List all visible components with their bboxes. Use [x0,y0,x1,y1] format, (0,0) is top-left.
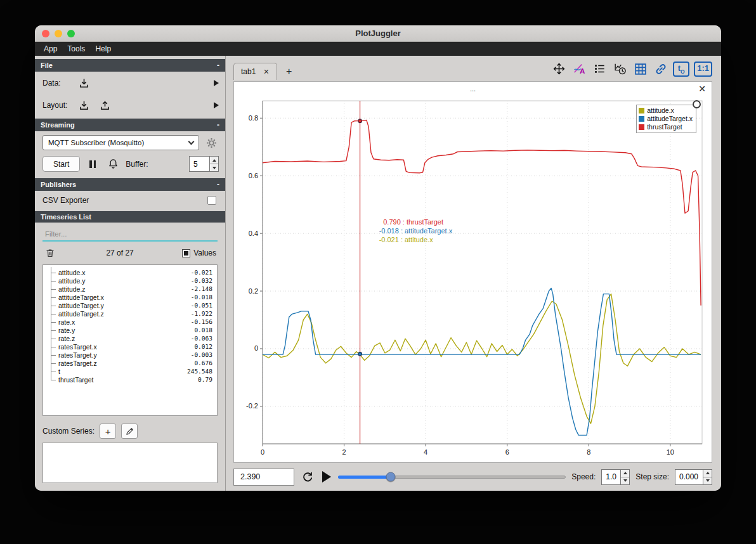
svg-text:10: 10 [667,448,674,456]
timeline-slider[interactable] [338,471,566,482]
grid-button[interactable] [632,61,648,77]
move-arrows-icon [552,62,566,75]
titlebar[interactable]: PlotJuggler [35,25,721,42]
timeseries-row[interactable]: rate.x-0.156 [49,318,212,326]
zoom-window-button[interactable] [67,30,75,37]
link-axes-button[interactable] [653,61,668,77]
publishers-section-header[interactable]: Publishers - [35,178,225,191]
legend-entry[interactable]: attitude.x [639,107,693,114]
timeseries-value: -0.032 [191,277,212,284]
legend-label: attitude.x [647,107,674,114]
layout-menu-arrow-icon[interactable] [214,102,219,108]
notifications-button[interactable] [105,157,121,171]
legend-entry[interactable]: attitudeTarget.x [639,115,693,122]
speed-value[interactable]: 1.0 [601,469,620,485]
timeseries-value: 0.676 [194,359,212,366]
tracker-label: -0.018 : attitudeTarget.x [379,227,453,235]
plot-panel[interactable]: ... ✕ 0246810-0.200.20.40.60.80.790 : th… [233,81,712,463]
slider-thumb[interactable] [386,472,395,482]
svg-text:2: 2 [342,448,346,456]
pause-button[interactable] [85,157,100,171]
timeseries-row[interactable]: attitudeTarget.y-0.051 [49,301,212,309]
file-section-header[interactable]: File - [35,59,225,72]
add-custom-series-button[interactable]: + [100,424,116,439]
timeseries-row[interactable]: thrustTarget0.79 [49,375,212,384]
spin-down-button[interactable] [210,164,218,171]
spin-up-button[interactable] [210,157,218,164]
loop-button[interactable] [300,470,315,484]
timeseries-row[interactable]: ratesTarget.x0.012 [49,342,212,351]
timeseries-row[interactable]: ratesTarget.y-0.003 [49,351,212,359]
values-checkbox-icon [182,249,190,257]
timeseries-list[interactable]: attitude.x-0.021attitude.y-0.032attitude… [42,264,218,416]
values-toggle[interactable]: Values [182,249,216,257]
timeseries-row[interactable]: attitude.y-0.032 [49,276,212,285]
timeseries-row[interactable]: ratesTarget.z0.676 [49,359,212,367]
spin-up-button[interactable] [621,470,629,477]
menu-help[interactable]: Help [90,44,116,53]
edit-style-icon: A [573,62,586,75]
custom-series-list[interactable] [42,443,218,483]
menu-tools[interactable]: Tools [62,44,90,53]
timeseries-row[interactable]: attitudeTarget.z-1.922 [49,309,212,318]
spin-up-button[interactable] [703,470,712,477]
edit-custom-series-button[interactable] [121,424,138,439]
delete-series-button[interactable] [42,246,58,260]
close-plot-button[interactable]: ✕ [698,84,706,94]
legend-entry[interactable]: thrustTarget [639,123,693,131]
current-time-field[interactable]: 2.390 [233,469,294,486]
collapse-icon[interactable]: - [217,61,219,70]
timeseries-row[interactable]: rate.y0.018 [49,326,212,334]
timeseries-name: rate.z [58,335,75,342]
csv-exporter-checkbox[interactable] [207,196,216,205]
spin-down-button[interactable] [703,477,712,484]
step-size-spinner[interactable]: 0.000 [675,469,712,485]
timeseries-row[interactable]: attitude.z-2.148 [49,285,212,293]
start-button[interactable]: Start [42,156,80,172]
play-button[interactable] [322,471,331,482]
timeseries-row[interactable]: t245.548 [49,367,212,375]
load-layout-button[interactable] [76,98,91,112]
tree-branch-icon [49,375,58,384]
svg-text:0: 0 [254,344,258,352]
tab-close-icon[interactable]: ✕ [263,68,269,76]
plot-legend: attitude.xattitudeTarget.xthrustTarget [636,105,696,133]
streaming-section-header[interactable]: Streaming - [35,119,225,131]
fullscreen-button[interactable] [551,61,567,77]
timeseries-section-title: Timeseries List [41,213,91,221]
menu-app[interactable]: App [39,44,62,53]
add-tab-button[interactable]: + [281,63,297,80]
collapse-icon[interactable]: - [217,180,219,189]
close-window-button[interactable] [42,30,49,37]
style-button[interactable]: A [571,61,587,77]
buffer-value[interactable]: 5 [189,156,209,172]
show-list-button[interactable] [592,61,608,77]
svg-text:-0.2: -0.2 [246,402,258,410]
timeseries-row[interactable]: attitudeTarget.x-0.018 [49,293,212,301]
timeseries-section-header[interactable]: Timeseries List [35,211,225,223]
datetime-scale-button[interactable] [612,61,628,77]
step-size-value[interactable]: 0.000 [675,469,703,485]
load-data-button[interactable] [76,76,91,90]
legend-toggle-button[interactable] [693,100,701,108]
tab-tab1[interactable]: tab1 ✕ [233,63,277,80]
filter-input[interactable] [42,228,218,242]
timeseries-row[interactable]: rate.z-0.063 [49,334,212,342]
buffer-spinner[interactable]: 5 [189,156,219,172]
slider-fill [338,476,391,479]
trim-time-button[interactable]: tO [673,62,689,77]
legend-color-swatch [639,108,644,113]
data-menu-arrow-icon[interactable] [214,80,219,86]
spin-down-button[interactable] [621,477,629,484]
streaming-settings-button[interactable] [204,136,219,150]
plot-canvas[interactable]: 0246810-0.200.20.40.60.80.790 : thrustTa… [236,96,710,460]
save-layout-button[interactable] [97,98,112,112]
collapse-icon[interactable]: - [217,120,219,129]
timeseries-value: 0.018 [194,327,212,334]
speed-spinner[interactable]: 1.0 [601,469,630,485]
timeseries-row[interactable]: attitude.x-0.021 [49,268,212,276]
zoom-ratio-button[interactable]: 1:1 [694,62,712,77]
minimize-window-button[interactable] [55,30,62,37]
timeseries-name: ratesTarget.z [58,359,97,367]
streaming-source-select[interactable]: MQTT Subscriber (Mosquitto) [42,135,199,150]
